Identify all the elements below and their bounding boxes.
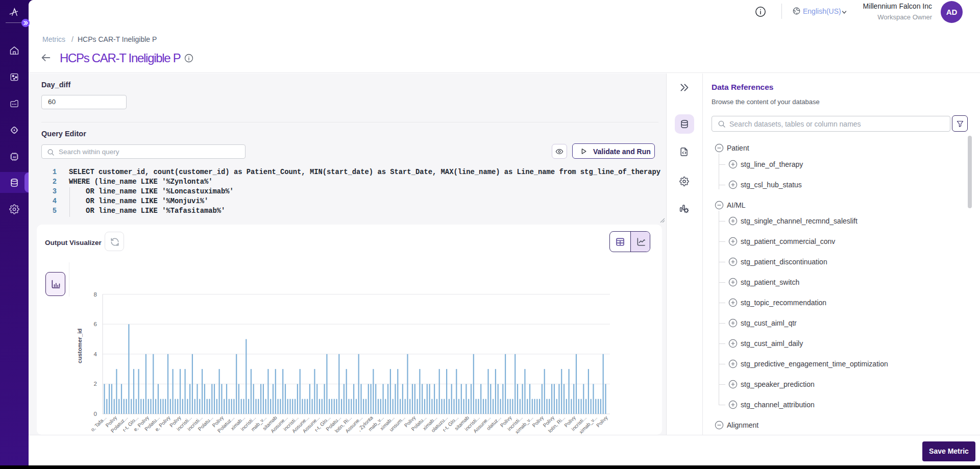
svg-text:8: 8 bbox=[94, 291, 97, 298]
svg-text:4: 4 bbox=[94, 351, 97, 357]
svg-text:AI: AI bbox=[13, 155, 16, 159]
svg-text:0: 0 bbox=[94, 411, 97, 417]
svg-text:customer_id: customer_id bbox=[77, 329, 83, 363]
svg-text:6: 6 bbox=[94, 321, 97, 327]
svg-text:Polivy: Polivy bbox=[531, 415, 545, 429]
svg-text:2: 2 bbox=[94, 381, 97, 387]
svg-text:Polivy: Polivy bbox=[595, 415, 609, 429]
